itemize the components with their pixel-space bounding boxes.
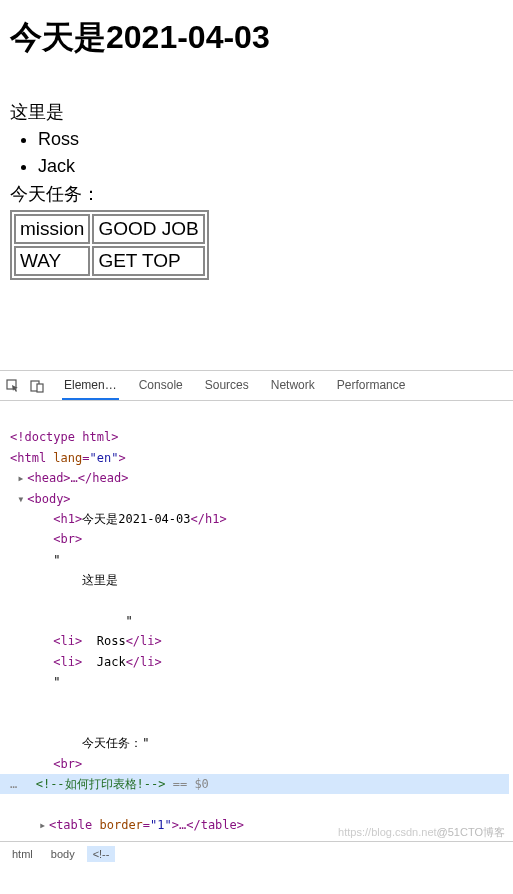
task-table: mission GOOD JOB WAY GET TOP bbox=[10, 210, 209, 280]
table-row: WAY GET TOP bbox=[14, 246, 205, 276]
table-cell: mission bbox=[14, 214, 90, 244]
task-label: 今天任务： bbox=[10, 182, 503, 206]
expand-arrow-icon[interactable]: ▸ bbox=[17, 468, 27, 488]
table-cell: GET TOP bbox=[92, 246, 204, 276]
breadcrumb-item[interactable]: body bbox=[45, 846, 81, 862]
intro-text: 这里是 bbox=[10, 100, 503, 124]
elements-source[interactable]: <!doctype html> <html lang="en"> ▸<head>… bbox=[0, 401, 513, 841]
devtools-toolbar: Elemen… Console Sources Network Performa… bbox=[0, 371, 513, 401]
code-line: <li> bbox=[53, 634, 82, 648]
table-cell: GOOD JOB bbox=[92, 214, 204, 244]
code-line: 今天任务：" bbox=[82, 736, 149, 750]
code-line: <br> bbox=[53, 757, 82, 771]
code-line: " bbox=[126, 614, 133, 628]
collapse-arrow-icon[interactable]: ▾ bbox=[17, 489, 27, 509]
tab-console[interactable]: Console bbox=[137, 372, 185, 400]
code-line: <html lang="en"> bbox=[10, 451, 126, 465]
selected-line[interactable]: … <!--如何打印表格!--> == $0 bbox=[0, 774, 509, 794]
code-line: <body> bbox=[27, 492, 70, 506]
tab-network[interactable]: Network bbox=[269, 372, 317, 400]
code-line: <head>…</head> bbox=[27, 471, 128, 485]
expand-arrow-icon[interactable]: ▸ bbox=[39, 815, 49, 835]
svg-rect-2 bbox=[37, 384, 43, 392]
inspect-icon[interactable] bbox=[6, 379, 20, 393]
code-line: " bbox=[53, 675, 60, 689]
tab-sources[interactable]: Sources bbox=[203, 372, 251, 400]
table-row: mission GOOD JOB bbox=[14, 214, 205, 244]
name-list: Ross Jack bbox=[10, 126, 503, 180]
list-item: Jack bbox=[38, 153, 503, 180]
breadcrumb-item[interactable]: <!-- bbox=[87, 846, 116, 862]
tab-performance[interactable]: Performance bbox=[335, 372, 408, 400]
code-line: <br> bbox=[53, 532, 82, 546]
devtools-panel: Elemen… Console Sources Network Performa… bbox=[0, 370, 513, 866]
device-toggle-icon[interactable] bbox=[30, 379, 44, 393]
code-line: <table border="1">…</table> bbox=[49, 818, 244, 832]
code-line: <li> bbox=[53, 655, 82, 669]
code-line: 这里是 bbox=[82, 573, 118, 587]
table-cell: WAY bbox=[14, 246, 90, 276]
tab-elements[interactable]: Elemen… bbox=[62, 372, 119, 400]
devtools-breadcrumb: html body <!-- bbox=[0, 841, 513, 866]
list-item: Ross bbox=[38, 126, 503, 153]
breadcrumb-item[interactable]: html bbox=[6, 846, 39, 862]
code-line: " bbox=[53, 553, 60, 567]
code-line: <h1> bbox=[53, 512, 82, 526]
page-title: 今天是2021-04-03 bbox=[10, 16, 503, 60]
devtools-tabs: Elemen… Console Sources Network Performa… bbox=[62, 372, 407, 400]
code-line: <!doctype html> bbox=[10, 430, 118, 444]
